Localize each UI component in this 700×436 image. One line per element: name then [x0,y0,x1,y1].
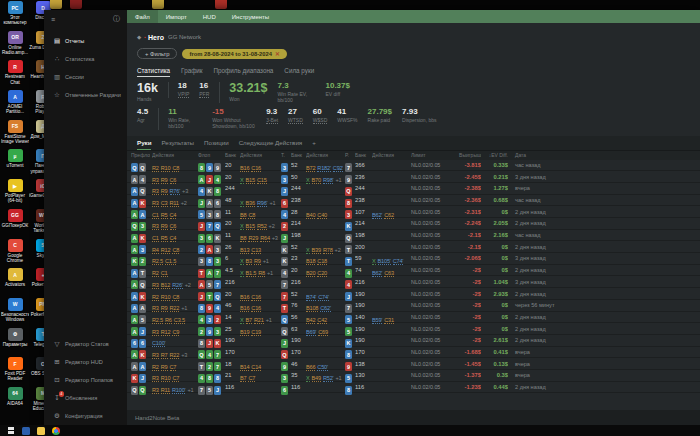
chrome[interactable] [52,427,60,435]
desktop-icon[interactable]: PCЭтот компьютер [1,1,29,31]
desktop-icon[interactable]: µuTorrent [1,149,29,179]
menu-HUD[interactable]: HUD [195,10,224,23]
desktop-icon[interactable]: RRestream Chat [1,60,29,90]
stat-value: 7.3 [278,82,316,91]
date-range-filter[interactable]: from 28-08-2024 to 31-08-2024 ✕ [182,49,286,59]
limit: NL0.02/0.05 [411,220,453,226]
river-pot: 190 [355,291,370,297]
tab-Сила руки[interactable]: Сила руки [284,67,314,77]
player-row[interactable]: ◆ ▪ Hero GG Network [137,32,700,42]
col-header-rp[interactable]: Банк [355,152,370,158]
menu-Импорт[interactable]: Импорт [158,10,195,23]
ev-diff: 0.33$ [483,162,508,168]
sidebar-item-label: Сессии [65,74,84,80]
hand2note-window: ≡ ⓘ ▤Отчеты∴Статистика▥Сессии☆Отмеченные… [44,10,700,425]
taskbar-app[interactable] [22,427,30,435]
sidebar-item-Редактор Попапов[interactable]: ⊡Редактор Попапов [44,371,127,389]
menu-Файл[interactable]: Файл [127,10,158,23]
turn-pot: 216 [291,279,304,285]
remove-filter-icon[interactable]: ✕ [275,51,280,57]
winnings: -3.81$ [455,162,481,168]
sidebar-item-Обновления[interactable]: ↧4Обновления [44,389,127,407]
tab-Статистика[interactable]: Статистика [137,67,170,77]
desktop-icon-label: FastStone Image Viewer [1,134,29,144]
stat-value: 11 [168,108,202,117]
desktop-icon[interactable]: CGoogle Chrome [1,239,29,269]
menu-Инструменты[interactable]: Инструменты [224,10,277,23]
col-header-lim[interactable]: Лимит [411,152,453,158]
report-tab-Следующие Действия[interactable]: Следующие Действия [239,139,303,150]
winnings: -2$ [455,279,481,285]
stat-value: 7.93 [402,108,436,117]
app-icon: ▶ [8,179,23,192]
report-tab-Позиции[interactable]: Позиции [204,139,229,150]
desktop-icon[interactable]: AActivators [1,268,29,298]
sidebar-item-Статистика[interactable]: ∴Статистика [44,50,127,68]
limit: NL0.02/0.05 [411,314,453,320]
sidebar-item-Конфигурация[interactable]: ⚙Конфигурация [44,407,127,425]
stat-label: W$SD [313,118,327,124]
desktop-icon[interactable]: WБезопасность Windows [1,298,29,328]
sidebar-item-Отчеты[interactable]: ▤Отчеты [44,32,127,50]
hand-date: 2 дня назад [510,291,567,297]
hand-date: 2 дня назад [510,384,567,390]
sidebar-item-label: Конфигурация [65,413,103,419]
sidebar-item-label: Отмеченные Раздачи [65,92,121,98]
stat-label: Won Without Showdown, bb/100 [212,118,256,130]
flop-pot: 48 [225,197,238,203]
stat-label-text: Dispersion, bbs [402,117,436,123]
action-token: R3 [152,387,159,394]
col-header-date[interactable]: Дата [510,152,567,158]
col-header-win[interactable]: Выигрыш [455,152,481,158]
stat-3-Bet: 9.33-Bet [266,108,278,124]
desktop-icon[interactable]: 64AIDA64 [1,387,29,417]
action-token: C7 [248,375,255,382]
desktop-icon[interactable]: FFoxit PDF Reader [1,357,29,387]
winnings: -2.1$ [455,232,481,238]
col-header-fp[interactable]: Банк [225,152,238,158]
winnings: -1.68$ [455,349,481,355]
river-pot: 366 [355,162,370,168]
flop-pot: 21 [225,372,238,378]
tab-Профиль диапазона[interactable]: Профиль диапазона [214,67,274,77]
sidebar-item-Отмеченные Раздачи[interactable]: ☆Отмеченные Раздачи [44,86,127,104]
tab-График[interactable]: График [181,67,203,77]
desktop-icon[interactable]: OROnline Radio.amp... [1,31,29,61]
action-token: R11 [161,387,170,394]
col-header-ra[interactable]: Действия [372,152,409,158]
actions: B20C20 [306,261,343,279]
desktop-icon[interactable]: ⚙Параметры [1,328,29,358]
action-token: C31 [384,317,394,324]
col-header-tp[interactable]: Банк [291,152,304,158]
sidebar-item-Сессии[interactable]: ▥Сессии [44,68,127,86]
sidebar-item-Редактор Статов[interactable]: ▽Редактор Статов [44,335,127,353]
limit: NL0.02/0.05 [411,372,453,378]
desktop-icon[interactable]: FSFastStone Image Viewer [1,120,29,150]
stat-Hands: 16kHands [137,82,158,103]
desktop-icon[interactable]: GGGGПокерОК [1,209,29,239]
stat-label-text: VPIP [178,91,189,98]
desktop-icon[interactable]: ▶PotPlayer (64-bit) [1,179,29,209]
flop-pot: 14 [225,314,238,320]
report-tab-Результаты[interactable]: Результаты [161,139,194,150]
desktop-icon-label: GGПокерОК [1,223,29,228]
sidebar-item-label: Редактор HUD [65,359,103,365]
start-button[interactable] [7,427,15,435]
action-token: B49 [312,375,321,382]
add-filter-button[interactable]: + Фильтр [137,48,177,59]
flop-pot: 20 [225,162,238,168]
stat-label-text: Rake paid [368,117,391,123]
report-tab-+[interactable]: + [312,139,316,150]
file-explorer[interactable] [37,427,45,435]
sidebar-item-Редактор HUD[interactable]: ⊞Редактор HUD [44,353,127,371]
sidebar-collapse-icon[interactable]: ≡ [51,16,55,23]
col-header-ev[interactable]: ↓EV Diff. [483,152,508,158]
desktop-icon-partial [152,0,164,9]
report-tab-Руки[interactable]: Руки [137,139,151,150]
info-icon[interactable]: ⓘ [113,14,120,24]
stat-value: 16k [137,82,158,96]
desktop-icon[interactable]: AAOMEI Partitio... [1,90,29,120]
hand-row[interactable]: QQR3R11R100'+175J11661168116NL0.02/0.05-… [127,382,700,394]
flop-pot: 11 [225,209,238,215]
stat-WWSF%: 41WWSF% [337,108,357,124]
